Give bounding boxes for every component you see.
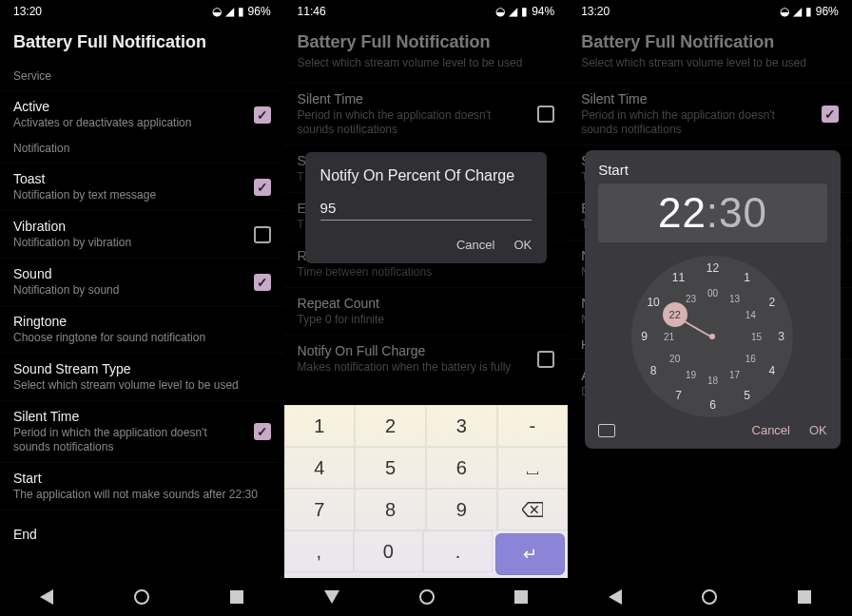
dialog-title: Notify On Percent Of Charge	[305, 152, 548, 196]
checkbox-icon[interactable]	[254, 423, 271, 440]
cancel-button[interactable]: Cancel	[456, 238, 494, 252]
pref-active[interactable]: ActiveActivates or deactivates applicati…	[0, 90, 284, 138]
clock-hour-21[interactable]: 21	[664, 332, 674, 342]
clock-hour-1[interactable]: 1	[744, 271, 750, 284]
recents-icon[interactable]	[798, 590, 811, 604]
clock-hour-15[interactable]: 15	[751, 332, 762, 342]
key-comma[interactable]: ,	[284, 530, 354, 572]
status-bar: 11:46 ◒◢▮94%	[284, 0, 569, 23]
page-title: Battery Full Notification	[13, 32, 271, 52]
clock-hour-6[interactable]: 6	[709, 398, 716, 412]
page-title: Battery Full Notification	[581, 32, 839, 52]
hour-value[interactable]: 22	[658, 189, 707, 236]
clock-hour-11[interactable]: 11	[672, 271, 685, 284]
checkbox-icon[interactable]	[254, 226, 271, 243]
signal-icon: ◢	[793, 5, 802, 18]
back-icon[interactable]	[40, 589, 53, 605]
hide-keyboard-icon[interactable]	[324, 590, 339, 604]
time-display: 22:30	[598, 183, 827, 242]
clock-center	[709, 334, 715, 339]
pref-silent-time[interactable]: Silent TimePeriod in which the applicati…	[0, 400, 284, 462]
percent-input[interactable]	[320, 196, 532, 221]
key-6[interactable]: 6	[426, 447, 497, 489]
clock-hour-20[interactable]: 20	[669, 354, 680, 364]
screen-3: 13:20 ◒◢▮96% Battery Full Notification S…	[568, 0, 852, 616]
clock-hour-13[interactable]: 13	[729, 294, 740, 304]
numeric-keypad: 123- 456⎵ 789 ,0.↵	[284, 405, 569, 578]
ok-button[interactable]: OK	[809, 423, 827, 437]
pref-stream-type[interactable]: Sound Stream TypeSelect which stream vol…	[0, 353, 284, 400]
clock-hour-3[interactable]: 3	[778, 330, 784, 343]
dialog-title: Start	[598, 162, 827, 178]
clock-hour-4[interactable]: 4	[768, 364, 775, 377]
key-7[interactable]: 7	[284, 489, 356, 530]
clock-hour-18[interactable]: 18	[707, 375, 718, 386]
key-9[interactable]: 9	[426, 489, 497, 530]
pref-start[interactable]: StartThe application will not make sound…	[0, 462, 284, 510]
checkbox-icon	[537, 106, 554, 123]
recents-icon[interactable]	[230, 590, 243, 604]
key-space[interactable]: ⎵	[497, 447, 569, 489]
clock-face[interactable]: 121234567891011001314151617181920212223	[631, 256, 793, 417]
checkbox-icon[interactable]	[254, 106, 271, 124]
clock-hour-8[interactable]: 8	[650, 364, 657, 377]
pref-sound[interactable]: SoundNotification by sound	[0, 258, 284, 305]
nav-bar	[284, 578, 569, 616]
key-dot[interactable]: .	[423, 530, 493, 572]
pref-silent-time: Silent TimePeriod in which the applicati…	[568, 83, 852, 144]
status-icons: ◒◢▮96%	[780, 5, 839, 18]
home-icon[interactable]	[419, 589, 435, 605]
pref-toast[interactable]: ToastNotification by text message	[0, 163, 284, 210]
checkbox-icon[interactable]	[254, 179, 271, 196]
battery-icon: ▮	[238, 5, 244, 18]
pref-vibration[interactable]: VibrationNotification by vibration	[0, 210, 284, 258]
key-0[interactable]: 0	[354, 530, 423, 572]
key-8[interactable]: 8	[355, 489, 426, 530]
clock-hour-7[interactable]: 7	[675, 389, 682, 402]
ok-button[interactable]: OK	[513, 238, 532, 252]
battery-pct: 96%	[248, 5, 271, 18]
key-2[interactable]: 2	[355, 405, 426, 447]
key-5[interactable]: 5	[355, 447, 426, 489]
status-time: 13:20	[581, 5, 610, 18]
cancel-button[interactable]: Cancel	[752, 423, 790, 437]
home-icon[interactable]	[134, 589, 149, 605]
status-bar: 13:20 ◒◢▮96%	[568, 0, 852, 23]
recents-icon[interactable]	[514, 590, 528, 604]
key-minus[interactable]: -	[497, 405, 569, 447]
key-3[interactable]: 3	[426, 405, 497, 447]
page-subhead: Select which stream volume level to be u…	[581, 56, 839, 69]
key-4[interactable]: 4	[284, 447, 356, 489]
key-enter[interactable]: ↵	[495, 533, 565, 575]
clock-hour-19[interactable]: 19	[686, 369, 696, 379]
clock-hour-selected[interactable]: 22	[663, 302, 687, 327]
keyboard-icon[interactable]	[598, 424, 615, 437]
minute-value[interactable]: 30	[719, 189, 767, 236]
app-header: Battery Full Notification	[0, 23, 284, 66]
clock-hour-17[interactable]: 17	[729, 369, 740, 379]
checkbox-icon[interactable]	[254, 274, 271, 291]
clock-hour-5[interactable]: 5	[744, 389, 750, 402]
clock-hour-10[interactable]: 10	[647, 296, 659, 309]
back-icon[interactable]	[609, 589, 622, 605]
checkbox-icon	[822, 106, 839, 123]
clock-hour-9[interactable]: 9	[641, 330, 648, 343]
status-icons: ◒◢▮94%	[495, 5, 554, 18]
nav-bar	[0, 578, 284, 616]
key-1[interactable]: 1	[284, 405, 356, 447]
signal-icon: ◢	[225, 5, 234, 18]
pref-ringtone[interactable]: RingtoneChoose ringtone for sound notifi…	[0, 305, 284, 353]
clock-hour-00[interactable]: 00	[707, 288, 718, 298]
pref-end[interactable]: End	[0, 510, 284, 557]
status-bar: 13:20 ◒ ◢ ▮ 96%	[0, 0, 284, 23]
nav-bar	[568, 578, 852, 616]
status-time: 13:20	[13, 5, 42, 18]
clock-hour-2[interactable]: 2	[768, 296, 775, 309]
home-icon[interactable]	[702, 589, 717, 605]
clock-hour-12[interactable]: 12	[707, 261, 719, 275]
clock-hour-16[interactable]: 16	[746, 354, 756, 364]
key-backspace[interactable]	[497, 489, 569, 530]
clock-hour-14[interactable]: 14	[746, 310, 756, 320]
screen-1: 13:20 ◒ ◢ ▮ 96% Battery Full Notificatio…	[0, 0, 284, 616]
clock-hour-23[interactable]: 23	[686, 294, 696, 304]
